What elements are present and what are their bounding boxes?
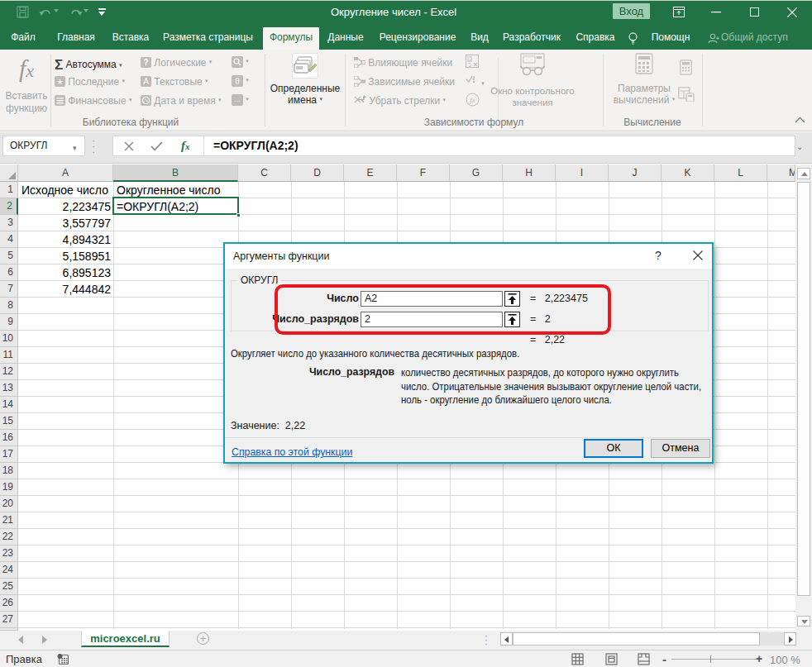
svg-text:…: …: [234, 96, 241, 103]
svg-text:θ: θ: [235, 77, 240, 86]
svg-text:15: 15: [466, 55, 473, 61]
svg-text:?: ?: [143, 58, 148, 67]
svg-text:fx: fx: [470, 96, 475, 104]
svg-text:★: ★: [56, 78, 63, 86]
svg-text:A: A: [143, 77, 149, 86]
svg-text:3: 3: [468, 62, 471, 68]
